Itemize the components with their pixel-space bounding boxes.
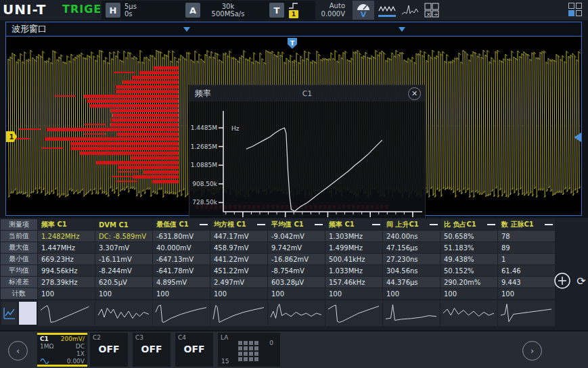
channel-tile-c2[interactable]: C2OFF bbox=[90, 333, 128, 367]
acquire-menu[interactable]: A 30k 500MSa/s bbox=[181, 1, 269, 20]
measure-sparkline[interactable] bbox=[498, 300, 555, 326]
dvm-meter-icon[interactable]: V bbox=[353, 1, 374, 20]
svg-text:1.4485M: 1.4485M bbox=[191, 124, 217, 131]
remove-measure-dash[interactable] bbox=[315, 224, 323, 225]
ch1-probe: 1X bbox=[76, 350, 85, 358]
measure-value: 61.46 bbox=[498, 265, 555, 276]
add-measurement-button[interactable] bbox=[553, 272, 571, 290]
horizontal-key[interactable]: H bbox=[106, 3, 120, 18]
ch1-coupling: DC bbox=[76, 343, 85, 350]
channel-name: C2 bbox=[93, 334, 101, 341]
waveform-measure-icon[interactable] bbox=[376, 1, 398, 20]
svg-text:÷: ÷ bbox=[434, 12, 438, 18]
la-tile[interactable]: LA 0 15 bbox=[218, 333, 280, 367]
timebase-scale: 5μs bbox=[125, 3, 137, 10]
close-icon[interactable]: ✕ bbox=[408, 87, 421, 100]
row-label: 最大值 bbox=[1, 242, 37, 253]
svg-text:×: × bbox=[426, 12, 431, 18]
measure-sparkline[interactable] bbox=[383, 300, 440, 326]
channel-state: OFF bbox=[133, 344, 171, 354]
waveform-window-titlebar: 波形窗口 bbox=[6, 22, 581, 37]
column-header[interactable]: 间 上升C1 bbox=[383, 219, 440, 230]
math-icon[interactable]: × ÷ bbox=[421, 1, 443, 20]
remove-measure-dash[interactable] bbox=[487, 224, 495, 225]
measure-value: 2.497mV bbox=[210, 277, 267, 288]
selected-cell-highlight[interactable] bbox=[19, 302, 37, 325]
svg-text:1.2685M: 1.2685M bbox=[191, 143, 217, 150]
measure-value: 9.742mV bbox=[268, 242, 325, 253]
measure-value: 1.2482MHz bbox=[38, 231, 95, 242]
waveform-window: 波形窗口 1 T 频率 C1 ✕ 1.4485M1.2685M1.0885M90… bbox=[5, 22, 582, 216]
measure-value: 3.307mV bbox=[95, 242, 152, 253]
channel1-tile[interactable]: C1 200mV/ 1MΩ DC 1X 0.00V bbox=[37, 333, 87, 367]
row-label: 平均值 bbox=[1, 265, 37, 276]
reset-statistics-button[interactable]: ⟳ bbox=[573, 272, 588, 290]
measure-sparkline[interactable] bbox=[325, 300, 382, 326]
column-header[interactable]: 最低值 C1 bbox=[153, 219, 210, 230]
trigger-level-marker[interactable] bbox=[574, 133, 581, 142]
brand-logo: UNI-T bbox=[3, 1, 46, 18]
column-header[interactable]: 频率 C1 bbox=[38, 219, 95, 230]
ch1-offset: 0.00V bbox=[67, 358, 85, 365]
measure-value: 51.183% bbox=[440, 242, 497, 253]
channel-tile-c3[interactable]: C3OFF bbox=[133, 333, 171, 367]
sine-wave-icon bbox=[40, 358, 49, 364]
prev-page-button[interactable]: ‹ bbox=[8, 341, 28, 361]
measurement-table: 测量项频率 C1DVM C1最低值 C1均方根 C1平均值 C1频率 C1间 上… bbox=[0, 218, 588, 330]
trigger-mode-level: Auto 0.000V bbox=[298, 2, 345, 18]
table-row: 标准差278.39kHz620.5μV4.895mV2.497mV603.28μ… bbox=[0, 277, 555, 288]
column-header[interactable]: DVM C1 bbox=[95, 219, 152, 230]
measure-sparkline[interactable] bbox=[440, 300, 497, 326]
measure-value: -641.78mV bbox=[153, 265, 210, 276]
svg-text:728.50k: 728.50k bbox=[192, 199, 217, 206]
measure-value: 100 bbox=[383, 288, 440, 299]
measure-value: 100 bbox=[268, 288, 325, 299]
remove-measure-dash[interactable] bbox=[257, 224, 265, 225]
trend-chart-icon[interactable] bbox=[1, 302, 18, 325]
row-label: 测量项 bbox=[1, 219, 37, 230]
horizontal-menu[interactable]: H 5μs 0s bbox=[101, 1, 185, 20]
chevron-down-icon[interactable] bbox=[183, 27, 190, 32]
fft-icon[interactable] bbox=[399, 1, 421, 20]
measure-value: 669.23Hz bbox=[38, 254, 95, 264]
remove-measure-dash[interactable] bbox=[200, 224, 208, 225]
measure-sparkline[interactable] bbox=[268, 300, 325, 326]
window-layout-icon[interactable] bbox=[568, 3, 582, 16]
svg-text:Hz: Hz bbox=[231, 125, 240, 132]
measure-value: 100 bbox=[498, 288, 555, 299]
column-header[interactable]: 平均值 C1 bbox=[268, 219, 325, 230]
measure-value: 4.895mV bbox=[153, 277, 210, 288]
chevron-down-icon[interactable] bbox=[399, 27, 405, 32]
acquire-key[interactable]: A bbox=[185, 3, 200, 18]
popup-header[interactable]: 频率 C1 ✕ bbox=[189, 85, 425, 101]
measure-value: -631.80mV bbox=[153, 231, 210, 242]
column-header[interactable]: 频率 C1 bbox=[325, 219, 382, 230]
remove-measure-dash[interactable] bbox=[430, 224, 438, 225]
row-label: 当前值 bbox=[1, 231, 37, 242]
measure-value: -16.11mV bbox=[95, 254, 152, 264]
measure-value: 100 bbox=[210, 288, 267, 299]
next-page-button[interactable]: › bbox=[522, 341, 542, 361]
column-header[interactable]: 数 正脉C1 bbox=[498, 219, 555, 230]
remove-measure-dash[interactable] bbox=[545, 224, 553, 225]
remove-measure-dash[interactable] bbox=[372, 224, 380, 225]
measure-value: 89 bbox=[498, 242, 555, 253]
column-header[interactable]: 比 负占C1 bbox=[440, 219, 497, 230]
measure-sparkline[interactable] bbox=[38, 300, 95, 326]
measure-value: -9.042mV bbox=[268, 231, 325, 242]
measure-value: 451.22mV bbox=[210, 265, 267, 276]
top-bar: UNI-T TRIGED H 5μs 0s A 30k 500MSa/s T 1 bbox=[0, 0, 588, 20]
column-header[interactable]: 均方根 C1 bbox=[210, 219, 267, 230]
measure-value: -647.13mV bbox=[153, 254, 210, 264]
measure-value: 290.20m% bbox=[440, 277, 497, 288]
measure-sparkline[interactable] bbox=[95, 300, 152, 326]
table-row: 测量项频率 C1DVM C1最低值 C1均方根 C1平均值 C1频率 C1间 上… bbox=[0, 219, 555, 231]
measure-value: 47.156μs bbox=[383, 242, 440, 253]
measure-sparkline[interactable] bbox=[153, 300, 210, 326]
trigger-key[interactable]: T bbox=[269, 3, 284, 18]
row-label: 计数 bbox=[1, 288, 37, 299]
channel-tile-c4[interactable]: C4OFF bbox=[175, 333, 213, 367]
measure-value: 50.152% bbox=[440, 265, 497, 276]
measure-sparkline[interactable] bbox=[210, 300, 267, 326]
trigger-level: 0.000V bbox=[298, 10, 345, 18]
